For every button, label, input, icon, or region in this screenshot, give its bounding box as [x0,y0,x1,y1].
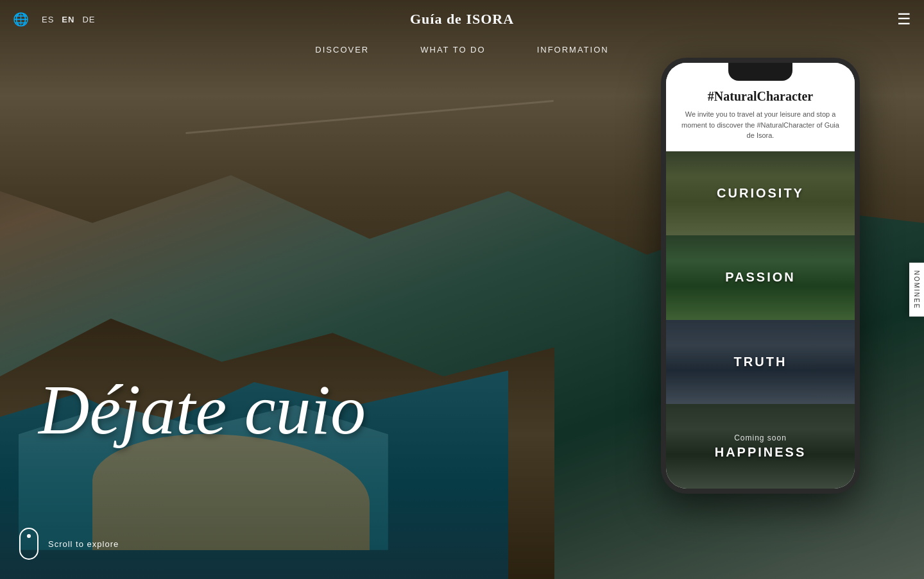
phone-cards: CURIOSITY PASSION TRUTH [666,151,855,489]
happiness-coming-soon: Coming soon [734,433,787,442]
card-curiosity[interactable]: CURIOSITY [666,151,855,236]
passion-title: PASSION [725,270,796,285]
nominee-badge: Nominee [909,262,924,317]
truth-title: TRUTH [734,355,787,369]
phone-notch [728,63,792,81]
card-happiness-label: Coming soon HAPPINESS [666,404,855,489]
nav-information[interactable]: INFORMATION [537,45,609,55]
site-title: Guía de ISORA [410,11,514,28]
happiness-title: HAPPINESS [715,445,807,460]
phone-hashtag: #NaturalCharacter [679,88,842,104]
hero-script-text: Déjate cuio [0,369,366,451]
card-happiness[interactable]: Coming soon HAPPINESS [666,404,855,489]
card-truth[interactable]: TRUTH [666,320,855,405]
globe-icon[interactable]: 🌐 [13,12,29,27]
curiosity-title: CURIOSITY [717,186,804,201]
phone-description: We invite you to travel at your leisure … [679,109,842,141]
header-left: 🌐 ES EN DE [13,12,95,27]
phone-mockup: #NaturalCharacter We invite you to trave… [661,58,860,494]
scroll-indicator: Scroll to explore [19,528,119,560]
header: 🌐 ES EN DE Guía de ISORA ☰ [0,0,924,38]
hero-script-container: Déjate cuio [0,369,366,451]
lang-es[interactable]: ES [42,15,54,24]
lang-de[interactable]: DE [82,15,95,24]
hamburger-menu[interactable]: ☰ [897,12,911,27]
lang-en[interactable]: EN [62,15,74,24]
card-curiosity-label: CURIOSITY [666,151,855,236]
card-passion-label: PASSION [666,235,855,320]
card-passion[interactable]: PASSION [666,235,855,320]
nav-what-to-do[interactable]: WHAT TO DO [420,45,485,55]
scroll-oval [19,528,38,560]
card-truth-label: TRUTH [666,320,855,405]
nav-discover[interactable]: DISCOVER [315,45,369,55]
scroll-dot [27,534,31,538]
scroll-label: Scroll to explore [48,539,119,549]
phone-inner: #NaturalCharacter We invite you to trave… [666,63,855,489]
language-switcher: ES EN DE [42,15,95,24]
